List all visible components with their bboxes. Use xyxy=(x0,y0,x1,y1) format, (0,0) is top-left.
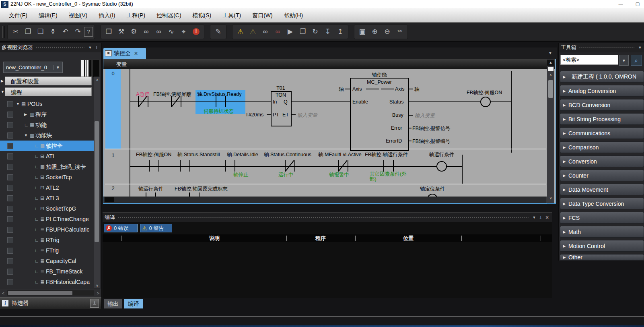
synchronize-icon[interactable]: ↻ xyxy=(309,25,321,38)
coil-axis-run-condition[interactable] xyxy=(436,161,447,172)
no-contact[interactable] xyxy=(225,160,226,172)
section-configuration[interactable]: 配置和设置 xyxy=(5,77,92,85)
nc-contact[interactable] xyxy=(348,160,348,172)
redo-icon[interactable]: ↷ xyxy=(72,25,84,38)
check-program-icon[interactable]: ∞ xyxy=(140,25,152,38)
toolbox-item-new-project[interactable]: ▶ 新建工程 ( 1.0.0, OMRON xyxy=(560,71,644,83)
r1-contact4-label[interactable]: 轴.Status.Continuous xyxy=(264,151,311,158)
tree-item-capacitycal[interactable]: ∟ ≣ CapacityCal xyxy=(0,256,94,266)
contact-mask-label[interactable]: FB轴控.使能屏蔽 xyxy=(153,91,191,98)
menu-edit[interactable]: 编辑(E) xyxy=(33,8,63,22)
item-checkbox[interactable] xyxy=(7,227,13,233)
nc-contact[interactable] xyxy=(294,160,295,172)
mc-error-var[interactable]: FB轴控.报警信号 xyxy=(412,125,450,132)
r1-contact1-label[interactable]: FB轴控.伺服ON xyxy=(136,151,171,158)
tree-item-atl3[interactable]: ∟ ⊟ ATL3 xyxy=(0,193,94,203)
item-checkbox[interactable] xyxy=(7,248,13,254)
no-contact[interactable] xyxy=(155,192,156,197)
chevron-up-icon[interactable]: ∧ xyxy=(547,73,554,77)
column-description[interactable]: 说明 xyxy=(209,235,220,242)
delete-icon[interactable]: ⚱ xyxy=(47,25,59,38)
toolbox-item-data-type-conversion[interactable]: ▶ Data Type Conversion xyxy=(560,198,644,209)
tree-hscroll-track[interactable] xyxy=(7,290,94,296)
scroll-up-icon[interactable]: ▲ xyxy=(547,60,554,66)
toolbox-item-math[interactable]: ▶ Math xyxy=(560,226,644,238)
zoom-out-icon[interactable]: ⊖ xyxy=(381,25,393,38)
item-checkbox[interactable] xyxy=(7,101,13,107)
r1-contact5-label[interactable]: 轴.MFaultLvl.Active xyxy=(318,151,362,158)
no-contact[interactable] xyxy=(235,160,235,172)
contact-ready-label[interactable]: 轴.DrvStatus.Ready xyxy=(197,91,241,98)
zoom-100-icon[interactable]: ¹⁰⁰ xyxy=(393,25,406,38)
tree-item-axis-control[interactable]: ∟ ▩ 轴控全 xyxy=(0,141,94,151)
r1-contact6-label[interactable]: FB轴控.轴运行条件 xyxy=(365,151,408,158)
transfer-from-controller-icon[interactable]: ↥ xyxy=(334,25,346,38)
chevron-down-icon[interactable]: ▼ xyxy=(531,215,537,219)
tree-scrollbar[interactable]: ∧ ∨ xyxy=(94,77,101,289)
mc-axis-in-var[interactable]: 轴 xyxy=(339,86,344,93)
pin-icon[interactable]: ⊥ xyxy=(93,45,100,50)
monitor-icon[interactable]: ∞ xyxy=(259,25,272,38)
item-checkbox[interactable] xyxy=(7,132,13,139)
coil-servo-on-label[interactable]: FB轴控.伺服ON xyxy=(467,89,502,96)
ton-pt-value[interactable]: T#20ms xyxy=(245,112,263,118)
no-contact[interactable] xyxy=(146,192,146,197)
tab-output[interactable]: 输出 xyxy=(104,299,122,308)
r2-contact2-label[interactable]: FB轴控.轴回原完成标志 xyxy=(175,186,228,192)
coil-servo-on[interactable] xyxy=(480,97,491,107)
undo-icon[interactable]: ↶ xyxy=(59,25,72,38)
coil-axis-positioning-condition[interactable] xyxy=(427,194,438,197)
chevron-down-icon[interactable]: ∨ xyxy=(547,196,554,200)
splitter-handle[interactable] xyxy=(548,67,553,71)
search-icon[interactable]: ⌕ xyxy=(631,55,642,66)
toolbox-item-analog-conversion[interactable]: ▶ Analog Conversion xyxy=(560,85,644,97)
tree-item-atl2[interactable]: ∟ ⊟ ATL2 xyxy=(0,182,94,193)
no-contact[interactable] xyxy=(158,160,159,172)
r2-coil-label[interactable]: 轴定位条件 xyxy=(420,186,445,192)
item-checkbox[interactable] xyxy=(7,112,13,118)
errors-filter-button[interactable]: ✗ 0 错误 xyxy=(104,224,138,232)
build-icon[interactable]: ⚒ xyxy=(115,25,128,38)
no-contact[interactable] xyxy=(149,160,150,172)
toolbox-item-communications[interactable]: ▶ Communications xyxy=(560,127,644,139)
tree-item-plctimechange[interactable]: ∟ ≣ PLCTimeChange xyxy=(0,214,94,224)
cut-icon[interactable]: ✂ xyxy=(9,25,22,38)
menu-project[interactable]: 工程(P) xyxy=(121,8,151,22)
tree-item-rtrig[interactable]: ∟ ≣ RTrig xyxy=(0,235,94,245)
item-checkbox[interactable] xyxy=(7,195,13,201)
menu-controller[interactable]: 控制器(C) xyxy=(151,8,187,22)
chevron-down-icon[interactable]: ▼ xyxy=(87,46,93,50)
toolbox-item-comparison[interactable]: ▶ Comparison xyxy=(560,141,644,153)
rung0-number[interactable]: 0 xyxy=(105,70,121,77)
tree-hscrollbar[interactable]: < > xyxy=(0,289,101,297)
item-checkbox[interactable] xyxy=(7,174,13,180)
item-checkbox[interactable] xyxy=(7,216,13,222)
search-dropdown-icon[interactable]: ▼ xyxy=(619,55,629,66)
editor-hscrollbar[interactable] xyxy=(103,197,547,203)
maximize-button[interactable]: ▢ xyxy=(632,0,644,7)
variables-bar[interactable]: 变量 xyxy=(103,59,555,69)
expand-open-icon[interactable]: ▼ xyxy=(24,130,28,141)
no-contact[interactable] xyxy=(189,192,190,197)
mc-errorid-var[interactable]: FB轴控.报警编号 xyxy=(412,138,450,145)
toolbox-item-bcd-conversion[interactable]: ▶ BCD Conversion xyxy=(560,99,644,111)
minimize-button[interactable]: — xyxy=(615,0,627,7)
toolbox-item-data-movement[interactable]: ▶ Data Movement xyxy=(560,184,644,195)
tab-list-dropdown-icon[interactable]: ▼ xyxy=(548,51,552,55)
no-contact[interactable] xyxy=(199,192,200,197)
nc-contact-estop[interactable] xyxy=(148,96,148,107)
timer-instance-label[interactable]: T01 xyxy=(276,85,285,91)
filter-pin-button[interactable]: ⊥ xyxy=(90,299,99,308)
menu-help[interactable]: 帮助(H) xyxy=(278,8,309,22)
column-location[interactable]: 位置 xyxy=(403,235,414,242)
stop-monitor-icon[interactable]: ∞ xyxy=(272,25,284,38)
menu-simulation[interactable]: 模拟(S) xyxy=(187,8,217,22)
menu-insert[interactable]: 插入(I) xyxy=(93,8,121,22)
transfer-compare-icon[interactable]: ❐ xyxy=(296,25,309,38)
toolbox-item-fcs[interactable]: ▶ FCS xyxy=(560,212,644,224)
rung2-number[interactable]: 2 xyxy=(105,185,121,191)
toolbox-item-motion-control[interactable]: ▶ Motion Control xyxy=(560,240,644,252)
help-icon[interactable]: ? xyxy=(84,27,93,37)
item-checkbox[interactable] xyxy=(7,258,13,264)
expand-open-icon[interactable]: ▼ xyxy=(16,99,20,109)
